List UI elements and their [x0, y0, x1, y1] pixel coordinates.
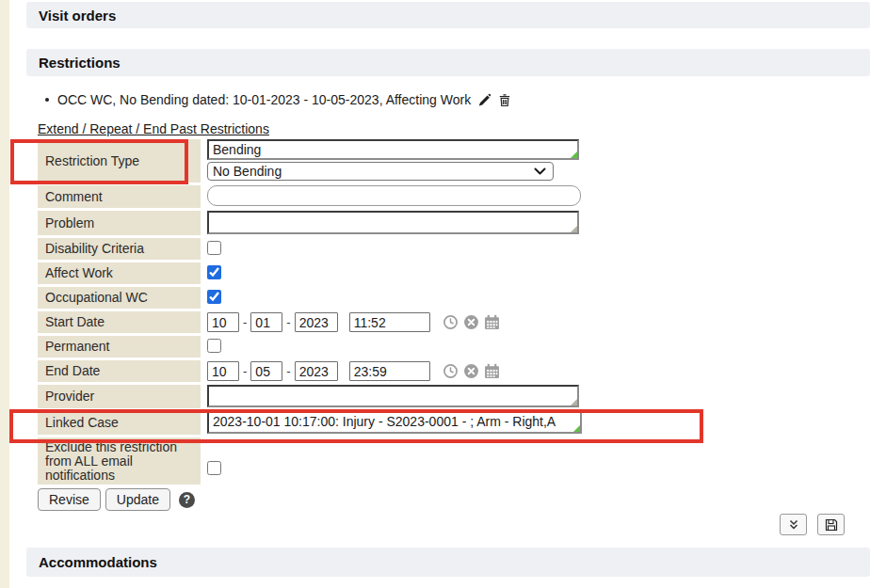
revise-button[interactable]: Revise: [38, 488, 101, 511]
linked-case-wrap: 2023-10-01 10:17:00: Injury - S2023-0001…: [207, 411, 582, 434]
restriction-type-label: Restriction Type: [38, 139, 201, 183]
row-problem: Problem: [38, 211, 621, 235]
end-month-input[interactable]: [207, 361, 239, 381]
problem-label: Problem: [38, 211, 201, 235]
provider-textarea[interactable]: [207, 385, 579, 407]
resize-handle-icon[interactable]: [573, 425, 580, 432]
row-affect-work: Affect Work: [38, 262, 621, 284]
clock-icon[interactable]: [443, 363, 459, 379]
restriction-category-wrap: Bending: [207, 139, 579, 160]
end-date-label: End Date: [38, 360, 201, 382]
start-time-input[interactable]: [349, 312, 430, 332]
row-restriction-type: Restriction Type Bending No Bending: [38, 139, 621, 183]
row-comment: Comment: [38, 185, 621, 208]
end-time-input[interactable]: [349, 361, 430, 381]
disability-criteria-checkbox[interactable]: [207, 241, 221, 255]
start-day-input[interactable]: [250, 312, 282, 332]
row-occupational-wc: Occupational WC: [38, 287, 621, 309]
start-month-input[interactable]: [207, 312, 239, 332]
row-start-date: Start Date - -: [38, 311, 621, 333]
resize-handle-icon[interactable]: [571, 151, 577, 158]
restriction-type-select[interactable]: No Bending: [207, 162, 554, 181]
affect-work-label: Affect Work: [38, 262, 201, 284]
row-linked-case: Linked Case 2023-10-01 10:17:00: Injury …: [38, 411, 621, 435]
accommodations-title: Accommodations: [39, 554, 157, 570]
occupational-wc-checkbox[interactable]: [207, 290, 221, 304]
linked-case-textarea[interactable]: 2023-10-01 10:17:00: Injury - S2023-0001…: [207, 411, 582, 434]
x-circle-icon[interactable]: [463, 363, 479, 379]
section-header-restrictions: Restrictions: [26, 49, 870, 76]
provider-wrap: [207, 385, 579, 407]
x-circle-icon[interactable]: [463, 314, 479, 330]
problem-textarea[interactable]: [207, 211, 579, 234]
row-disability-criteria: Disability Criteria: [38, 238, 621, 260]
provider-label: Provider: [38, 385, 201, 408]
section-header-visit-orders: Visit orders: [26, 2, 870, 28]
exclude-email-label: Exclude this restriction from ALL email …: [38, 437, 201, 485]
visit-orders-title: Visit orders: [39, 8, 116, 24]
restriction-category-textarea[interactable]: Bending: [207, 139, 579, 160]
save-button[interactable]: [817, 514, 845, 535]
update-button[interactable]: Update: [105, 488, 170, 511]
floppy-disk-icon: [825, 518, 838, 532]
start-date-label: Start Date: [38, 311, 201, 333]
date-separator: -: [286, 315, 290, 329]
double-chevron-down-icon: [787, 518, 800, 532]
exclude-email-checkbox[interactable]: [207, 461, 221, 475]
end-year-input[interactable]: [295, 361, 338, 381]
date-separator: -: [243, 364, 247, 378]
row-permanent: Permanent: [38, 336, 621, 358]
section-header-accommodations: Accommodations: [26, 548, 870, 577]
extend-repeat-end-link[interactable]: Extend / Repeat / End Past Restrictions: [38, 121, 269, 136]
row-provider: Provider: [38, 385, 621, 408]
problem-wrap: [207, 211, 579, 234]
restriction-form: Restriction Type Bending No Bending Comm…: [38, 139, 621, 511]
help-icon[interactable]: ?: [179, 492, 195, 508]
start-year-input[interactable]: [295, 312, 338, 332]
trash-icon[interactable]: [498, 93, 511, 107]
resize-handle-icon[interactable]: [571, 399, 577, 405]
clock-icon[interactable]: [443, 314, 459, 330]
calendar-icon[interactable]: [484, 314, 500, 330]
occupational-wc-label: Occupational WC: [38, 287, 201, 309]
end-day-input[interactable]: [250, 361, 282, 381]
pencil-icon[interactable]: [477, 93, 491, 107]
collapse-button[interactable]: [780, 514, 807, 535]
form-buttons: Revise Update ?: [38, 488, 621, 511]
linked-case-label: Linked Case: [38, 411, 201, 435]
restriction-item-text: OCC WC, No Bending dated: 10-01-2023 - 1…: [57, 92, 471, 107]
page-left-margin: [0, 0, 9, 588]
restrictions-page: Visit orders Restrictions OCC WC, No Ben…: [0, 0, 870, 588]
restriction-type-selected-option: No Bending: [213, 164, 282, 179]
resize-handle-icon[interactable]: [571, 226, 577, 232]
permanent-checkbox[interactable]: [207, 339, 221, 353]
chevron-down-icon: [534, 167, 546, 176]
comment-input[interactable]: [207, 185, 581, 206]
row-end-date: End Date - -: [38, 360, 621, 382]
date-separator: -: [243, 315, 247, 329]
row-exclude-email: Exclude this restriction from ALL email …: [38, 437, 621, 485]
disability-criteria-label: Disability Criteria: [38, 238, 201, 260]
restrictions-title: Restrictions: [39, 55, 121, 71]
bullet-icon: [45, 98, 49, 102]
calendar-icon[interactable]: [484, 363, 500, 379]
affect-work-checkbox[interactable]: [207, 265, 221, 279]
restriction-list-item: OCC WC, No Bending dated: 10-01-2023 - 1…: [45, 92, 511, 107]
date-separator: -: [286, 364, 290, 378]
comment-label: Comment: [38, 185, 201, 208]
permanent-label: Permanent: [38, 336, 201, 358]
